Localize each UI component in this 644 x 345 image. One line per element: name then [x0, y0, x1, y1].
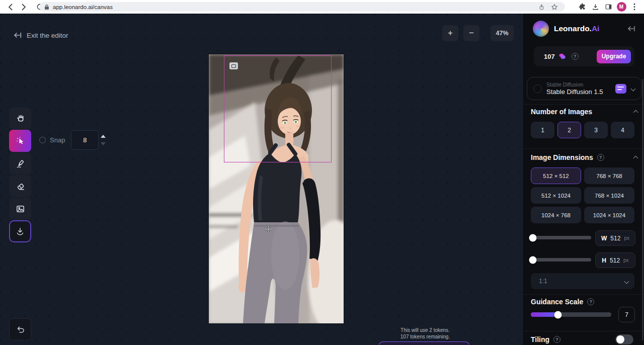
- tiling-toggle[interactable]: [615, 334, 633, 344]
- pan-tool-button[interactable]: [9, 107, 31, 129]
- number-of-images-header[interactable]: Number of Images: [531, 107, 637, 116]
- leonardo-logo-avatar: [533, 21, 549, 37]
- model-value: Stable Diffusion 1.5: [546, 88, 612, 96]
- generate-button[interactable]: [379, 341, 469, 345]
- lock-icon: [44, 4, 49, 10]
- paint-tool-button[interactable]: [9, 152, 31, 175]
- selection-image-chip-icon: [229, 62, 238, 69]
- tiling-title: Tiling: [531, 335, 549, 343]
- cursor-sparkle-icon: [15, 135, 26, 146]
- height-unit: px: [623, 257, 629, 263]
- sidebar-header: Leonardo.Ai: [533, 20, 635, 38]
- coins-icon: [558, 52, 567, 60]
- marker-icon: [15, 158, 26, 169]
- zoom-in-button[interactable]: +: [442, 25, 458, 41]
- dimension-option-1024x1024[interactable]: 1024 × 1024: [584, 207, 634, 223]
- guidance-scale-value: 7: [618, 307, 635, 322]
- image-dimensions-header[interactable]: Image Dimensions ?: [531, 153, 637, 162]
- screen: app.leonardo.ai/canvas M: [0, 0, 644, 345]
- dimension-option-512x1024[interactable]: 512 × 1024: [531, 187, 581, 204]
- chevron-down-icon: [624, 279, 629, 284]
- number-of-images-options: 1 2 3 4: [531, 122, 634, 138]
- address-bar[interactable]: app.leonardo.ai/canvas: [39, 2, 565, 12]
- profile-avatar[interactable]: M: [615, 2, 628, 13]
- browser-menu-icon[interactable]: [628, 2, 641, 13]
- snap-value-input[interactable]: 8: [71, 130, 99, 150]
- width-value: 512: [610, 235, 620, 242]
- height-slider[interactable]: [531, 258, 591, 262]
- width-slider-handle[interactable]: [529, 234, 537, 241]
- number-of-images-title: Number of Images: [531, 108, 592, 116]
- dimension-option-768x768[interactable]: 768 × 768: [584, 167, 634, 184]
- browser-toolbar: app.leonardo.ai/canvas M: [0, 0, 644, 14]
- tokens-help-icon[interactable]: ?: [572, 53, 579, 60]
- hand-icon: [15, 113, 26, 124]
- width-slider[interactable]: [531, 236, 591, 239]
- selection-box[interactable]: [224, 55, 332, 162]
- dimension-option-512x512[interactable]: 512 × 512: [531, 167, 581, 184]
- token-usage-line1: This will use 2 tokens.: [382, 327, 468, 333]
- canvas-workspace[interactable]: Exit the editor + − 47%: [0, 14, 523, 345]
- snap-decrement-button[interactable]: [101, 142, 106, 145]
- token-pill: 107 ? Upgrade: [534, 46, 634, 66]
- token-usage-line2: 107 tokens remaining.: [382, 333, 468, 340]
- download-tool-button[interactable]: [9, 220, 31, 242]
- snap-toggle-icon[interactable]: [39, 137, 46, 143]
- guidance-slider-handle[interactable]: [554, 311, 562, 318]
- zoom-level[interactable]: 47%: [491, 25, 514, 41]
- upgrade-button[interactable]: Upgrade: [597, 50, 631, 63]
- num-images-option-4[interactable]: 4: [611, 122, 634, 138]
- divider: [524, 294, 644, 295]
- width-value-box: W 512 px: [595, 230, 635, 246]
- image-dimensions-options: 512 × 512 768 × 768 512 × 1024 768 × 102…: [531, 167, 634, 223]
- share-icon[interactable]: [535, 2, 548, 13]
- height-value: 512: [610, 257, 620, 264]
- url-text: app.leonardo.ai/canvas: [53, 4, 535, 10]
- brand-title: Leonardo.Ai: [554, 24, 599, 33]
- extensions-puzzle-icon[interactable]: [576, 2, 589, 13]
- height-label: H: [602, 257, 606, 264]
- model-selector[interactable]: Stable Diffusion Stable Diffusion 1.5: [527, 77, 641, 100]
- guidance-scale-slider[interactable]: [531, 312, 611, 317]
- canvas-image[interactable]: [209, 54, 344, 323]
- browser-back-button[interactable]: [4, 2, 17, 13]
- height-slider-handle[interactable]: [529, 256, 537, 264]
- zoom-controls: + − 47%: [442, 25, 514, 41]
- height-value-box: H 512 px: [595, 252, 635, 268]
- arrow-to-line-icon: [626, 25, 635, 32]
- image-tool-button[interactable]: [9, 198, 31, 220]
- select-tool-button[interactable]: [9, 130, 31, 152]
- tiling-help-icon[interactable]: ?: [553, 336, 560, 343]
- browser-forward-button[interactable]: [17, 2, 30, 13]
- eraser-tool-button[interactable]: [9, 175, 31, 197]
- num-images-option-3[interactable]: 3: [584, 122, 608, 138]
- chevron-down-icon: [631, 86, 636, 91]
- bookmark-star-icon[interactable]: [548, 2, 561, 13]
- aspect-ratio-value: 1:1: [539, 278, 625, 285]
- exit-editor-label: Exit the editor: [27, 32, 68, 39]
- guidance-help-icon[interactable]: ?: [587, 298, 594, 305]
- chevron-up-icon[interactable]: [634, 153, 637, 162]
- token-count: 107: [544, 53, 555, 60]
- num-images-option-1[interactable]: 1: [531, 122, 554, 138]
- model-icon: [615, 84, 626, 94]
- model-thumb-placeholder: [533, 84, 542, 93]
- side-panel-icon[interactable]: [602, 2, 615, 13]
- dimension-option-768x1024[interactable]: 768 × 1024: [584, 187, 634, 204]
- undo-button[interactable]: [9, 318, 31, 340]
- sidebar-scrollbar[interactable]: [642, 79, 643, 340]
- download-icon: [15, 226, 25, 236]
- aspect-ratio-select[interactable]: 1:1: [531, 273, 634, 289]
- chevron-up-icon[interactable]: [634, 107, 637, 116]
- model-label: Stable Diffusion: [546, 81, 612, 88]
- collapse-sidebar-button[interactable]: [626, 25, 635, 32]
- zoom-out-button[interactable]: −: [463, 25, 479, 41]
- downloads-icon[interactable]: [589, 2, 602, 13]
- dimension-option-1024x768[interactable]: 1024 × 768: [531, 207, 581, 223]
- num-images-option-2[interactable]: 2: [557, 122, 581, 138]
- snap-increment-button[interactable]: [101, 135, 106, 138]
- tool-palette: [9, 107, 31, 220]
- exit-editor-button[interactable]: Exit the editor: [13, 31, 68, 39]
- dimensions-help-icon[interactable]: ?: [597, 154, 604, 161]
- image-icon: [15, 204, 26, 214]
